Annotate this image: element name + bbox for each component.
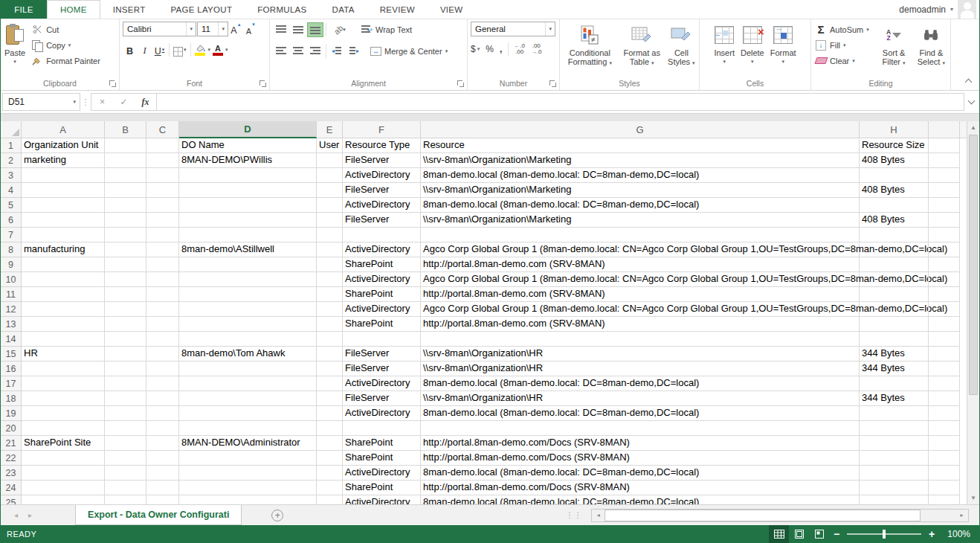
- column-header-A[interactable]: A: [22, 121, 105, 138]
- cell-partial13[interactable]: [929, 317, 960, 332]
- cell-A15[interactable]: HR: [22, 347, 105, 362]
- cell-D24[interactable]: [179, 481, 317, 495]
- cell-A12[interactable]: [22, 302, 105, 317]
- cell-C20[interactable]: [146, 421, 179, 436]
- cell-H13[interactable]: [860, 317, 929, 332]
- cell-partial11[interactable]: [929, 287, 960, 302]
- cell-G2[interactable]: \\srv-8man\Organization\Marketing: [421, 153, 860, 168]
- tab-insert[interactable]: INSERT: [100, 0, 158, 19]
- row-header-21[interactable]: 21: [1, 436, 22, 451]
- cell-C3[interactable]: [146, 168, 179, 183]
- cell-partial12[interactable]: [929, 302, 960, 317]
- tab-review[interactable]: REVIEW: [367, 0, 428, 19]
- cell-A21[interactable]: SharePoint Site: [22, 436, 105, 451]
- cell-E3[interactable]: [317, 168, 343, 183]
- cell-E20[interactable]: [317, 421, 343, 436]
- cell-E25[interactable]: [317, 495, 343, 504]
- cell-G14[interactable]: [421, 332, 860, 347]
- cell-B10[interactable]: [105, 272, 146, 287]
- font-dialog-launcher[interactable]: [259, 80, 267, 88]
- cell-C2[interactable]: [146, 153, 179, 168]
- cell-C6[interactable]: [146, 213, 179, 228]
- cell-E15[interactable]: [317, 347, 343, 362]
- cell-B15[interactable]: [105, 347, 146, 362]
- cell-D23[interactable]: [179, 466, 317, 481]
- cell-A25[interactable]: [22, 495, 105, 504]
- sheet-nav-next-icon[interactable]: ▸: [28, 511, 32, 519]
- column-header-E[interactable]: E: [317, 121, 343, 138]
- cell-partial23[interactable]: [929, 466, 960, 481]
- percent-style-button[interactable]: %: [486, 44, 494, 54]
- cell-C18[interactable]: [146, 391, 179, 406]
- cell-G9[interactable]: http://portal.8man-demo.com (SRV-8MAN): [421, 257, 860, 272]
- cell-F3[interactable]: ActiveDirectory: [343, 168, 421, 183]
- cell-A8[interactable]: manufacturing: [22, 242, 105, 257]
- cell-B22[interactable]: [105, 451, 146, 466]
- cell-F23[interactable]: ActiveDirectory: [343, 466, 421, 481]
- cell-partial15[interactable]: [929, 347, 960, 362]
- cell-B20[interactable]: [105, 421, 146, 436]
- cell-partial1[interactable]: [929, 138, 960, 153]
- cell-G22[interactable]: http://portal.8man-demo.com/Docs (SRV-8M…: [421, 451, 860, 466]
- accounting-format-button[interactable]: $: [471, 44, 476, 54]
- cell-C23[interactable]: [146, 466, 179, 481]
- cell-A17[interactable]: [22, 376, 105, 391]
- cell-F19[interactable]: ActiveDirectory: [343, 406, 421, 421]
- cell-H7[interactable]: [860, 228, 929, 242]
- cell-E16[interactable]: [317, 362, 343, 376]
- cell-B25[interactable]: [105, 495, 146, 504]
- cell-E11[interactable]: [317, 287, 343, 302]
- cell-C7[interactable]: [146, 228, 179, 242]
- cell-E14[interactable]: [317, 332, 343, 347]
- cell-H15[interactable]: 344 Bytes: [860, 347, 929, 362]
- number-dialog-launcher[interactable]: [549, 80, 557, 88]
- cell-B11[interactable]: [105, 287, 146, 302]
- cell-F2[interactable]: FileServer: [343, 153, 421, 168]
- page-break-view-button[interactable]: [809, 525, 829, 543]
- row-header-15[interactable]: 15: [1, 347, 22, 362]
- cell-A4[interactable]: [22, 183, 105, 198]
- format-as-table-button[interactable]: Format as Table ▾: [619, 20, 665, 78]
- insert-function-icon[interactable]: fx: [135, 97, 156, 108]
- vertical-scrollbar[interactable]: ▲ ▼: [967, 121, 979, 504]
- cell-G5[interactable]: 8man-demo.local (8man-demo.local: DC=8ma…: [421, 198, 860, 213]
- cell-D22[interactable]: [179, 451, 317, 466]
- cell-A19[interactable]: [22, 406, 105, 421]
- cell-E5[interactable]: [317, 198, 343, 213]
- merge-center-button[interactable]: ↔ Merge & Center▾: [367, 43, 451, 59]
- insert-cells-button[interactable]: ← Insert▾: [711, 20, 738, 78]
- name-box[interactable]: D51▾: [2, 93, 80, 111]
- cell-A14[interactable]: [22, 332, 105, 347]
- cell-B5[interactable]: [105, 198, 146, 213]
- cell-E19[interactable]: [317, 406, 343, 421]
- cell-D14[interactable]: [179, 332, 317, 347]
- cancel-icon[interactable]: ×: [91, 97, 113, 107]
- cell-E6[interactable]: [317, 213, 343, 228]
- cell-partial19[interactable]: [929, 406, 960, 421]
- underline-button[interactable]: U▾: [152, 42, 167, 57]
- cell-partial17[interactable]: [929, 376, 960, 391]
- horizontal-scroll-thumb[interactable]: [605, 510, 920, 521]
- cell-D7[interactable]: [179, 228, 317, 242]
- cell-E4[interactable]: [317, 183, 343, 198]
- sort-filter-button[interactable]: AZ Sort & Filter ▾: [875, 20, 913, 78]
- cell-E24[interactable]: [317, 481, 343, 495]
- cell-G24[interactable]: http://portal.8man-demo.com/Docs (SRV-8M…: [421, 481, 860, 495]
- new-sheet-button[interactable]: +: [271, 510, 283, 521]
- cell-F25[interactable]: ActiveDirectory: [343, 495, 421, 504]
- cell-G11[interactable]: http://portal.8man-demo.com (SRV-8MAN): [421, 287, 860, 302]
- cell-H18[interactable]: 344 Bytes: [860, 391, 929, 406]
- zoom-out-button[interactable]: −: [829, 528, 844, 540]
- cell-E22[interactable]: [317, 451, 343, 466]
- cell-B13[interactable]: [105, 317, 146, 332]
- cell-D13[interactable]: [179, 317, 317, 332]
- cell-H6[interactable]: 408 Bytes: [860, 213, 929, 228]
- cell-B19[interactable]: [105, 406, 146, 421]
- row-header-10[interactable]: 10: [1, 272, 22, 287]
- cell-partial9[interactable]: [929, 257, 960, 272]
- cell-G6[interactable]: \\srv-8man\Organization\Marketing: [421, 213, 860, 228]
- row-header-19[interactable]: 19: [1, 406, 22, 421]
- cell-D18[interactable]: [179, 391, 317, 406]
- cell-E8[interactable]: [317, 242, 343, 257]
- font-size-combo[interactable]: 11▾: [197, 22, 228, 36]
